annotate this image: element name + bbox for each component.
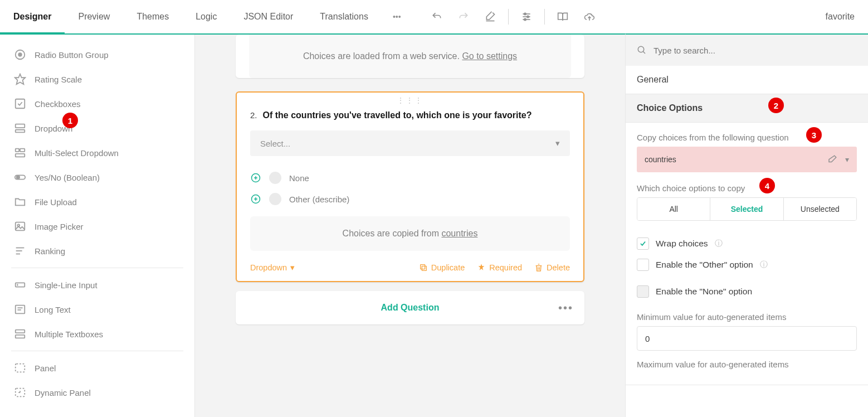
tabs-overflow[interactable]: ••• (382, 12, 412, 21)
chevron-down-icon: ▾ (290, 263, 295, 272)
toolbox-item-rating[interactable]: Rating Scale (0, 67, 194, 91)
radio-placeholder-icon (269, 193, 281, 205)
copy-mode-all[interactable]: All (637, 198, 710, 220)
copy-mode-group: All Selected Unselected (637, 197, 857, 221)
copy-from-select[interactable]: countries ▾ (637, 147, 857, 172)
chevron-down-icon[interactable]: ▾ (845, 155, 849, 164)
enable-other-checkbox[interactable] (637, 259, 649, 271)
section-choice-options: Choice Options 2 Copy choices from the f… (626, 94, 868, 385)
add-question-button[interactable]: Add Question ••• (236, 291, 584, 324)
enable-other-row[interactable]: Enable the "Other" option ⓘ (637, 254, 857, 275)
copy-mode-selected[interactable]: Selected (710, 198, 783, 220)
svg-rect-27 (16, 330, 25, 333)
toolbox-item-text[interactable]: Single-Line Input (0, 273, 194, 297)
toolbox-item-multipletext[interactable]: Multiple Textboxes (0, 322, 194, 346)
search-icon (637, 45, 647, 55)
toolbox-item-dropdown[interactable]: Dropdown 1 (0, 116, 194, 140)
question-card-1[interactable]: Choices are loaded from a web service. G… (236, 35, 584, 78)
toolbox-item-tagbox[interactable]: Multi-Select Dropdown (0, 140, 194, 165)
duplicate-button[interactable]: Duplicate (419, 263, 465, 272)
wrap-choices-checkbox[interactable] (637, 237, 649, 250)
properties-panel: General Choice Options 2 Copy choices fr… (625, 33, 868, 417)
toolbox-item-label: Dynamic Panel (35, 388, 91, 397)
toolbox-item-radiogroup[interactable]: Radio Button Group (0, 42, 194, 67)
step-badge-2: 2 (768, 98, 784, 113)
toolbox-item-paneldynamic[interactable]: Dynamic Panel (0, 380, 194, 405)
textarea-icon (13, 303, 27, 316)
tab-preview[interactable]: Preview (65, 0, 123, 33)
toolbox-item-file[interactable]: File Upload (0, 190, 194, 214)
help-icon[interactable]: ⓘ (715, 239, 723, 249)
svg-rect-13 (20, 149, 25, 152)
question-title[interactable]: 2. Of the countries you've travelled to,… (250, 110, 570, 120)
enable-none-checkbox[interactable] (637, 285, 649, 298)
erase-button[interactable] (477, 3, 504, 30)
toolbox-item-label: Multiple Textboxes (35, 329, 103, 339)
chevron-down-icon: ▾ (555, 138, 560, 148)
question-actions: Dropdown ▾ Duplicate Required Delete (237, 258, 583, 281)
toolbar-separator (544, 9, 545, 25)
svg-point-16 (17, 176, 19, 179)
toolbox-item-panel[interactable]: Panel (0, 356, 194, 380)
add-question-menu-icon[interactable]: ••• (558, 302, 573, 314)
question-type-selector[interactable]: Dropdown ▾ (250, 263, 295, 272)
section-general[interactable]: General (626, 66, 868, 94)
question-type-label: Dropdown (250, 263, 287, 272)
toolbox-item-label: Checkboxes (35, 99, 81, 109)
toolbox-item-label: Single-Line Input (35, 280, 97, 290)
copy-mode-unselected[interactable]: Unselected (783, 198, 856, 220)
image-icon (13, 220, 27, 233)
section-choice-body: Copy choices from the following question… (626, 122, 868, 385)
toolbox-item-label: Yes/No (Boolean) (35, 173, 100, 182)
option-other-row[interactable]: Other (describe) (250, 188, 570, 210)
redo-button[interactable] (450, 3, 477, 30)
multitext-icon (13, 327, 27, 341)
property-search[interactable] (626, 35, 868, 66)
option-label: None (289, 173, 309, 183)
option-label: Other (describe) (289, 195, 349, 204)
tab-translations[interactable]: Translations (306, 0, 382, 33)
tab-designer[interactable]: Designer (0, 1, 65, 34)
toolbox-item-label: Image Picker (35, 222, 84, 231)
input-icon (13, 278, 27, 292)
duplicate-label: Duplicate (431, 263, 465, 272)
svg-rect-11 (16, 130, 25, 133)
property-search-input[interactable] (654, 46, 857, 55)
required-button[interactable]: Required (477, 263, 522, 272)
section-choice-header[interactable]: Choice Options 2 (626, 94, 868, 122)
top-bar: Designer Preview Themes Logic JSON Edito… (0, 0, 868, 35)
toolbox-item-boolean[interactable]: Yes/No (Boolean) (0, 165, 194, 190)
add-option-icon[interactable] (250, 193, 261, 205)
toolbox-item-ranking[interactable]: Ranking (0, 239, 194, 263)
toolbox-item-imagepicker[interactable]: Image Picker (0, 214, 194, 239)
min-auto-input[interactable] (637, 326, 857, 351)
survey-title: favorite (812, 12, 868, 22)
radio-icon (13, 48, 27, 61)
settings-icon[interactable] (513, 3, 540, 30)
wrap-choices-row[interactable]: Wrap choices ⓘ (637, 233, 857, 254)
help-icon[interactable]: ⓘ (760, 260, 768, 270)
undo-button[interactable] (423, 3, 450, 30)
copied-from-link[interactable]: countries (441, 229, 477, 238)
dropdown-icon (13, 122, 27, 135)
add-option-icon[interactable] (250, 172, 261, 183)
section-general-header[interactable]: General (626, 66, 868, 94)
tab-json-editor[interactable]: JSON Editor (230, 0, 306, 33)
go-to-settings-link[interactable]: Go to settings (462, 51, 517, 61)
star-icon (13, 72, 27, 86)
question-card-2[interactable]: ⋮⋮⋮ 2. Of the countries you've travelled… (236, 91, 584, 282)
option-none-row[interactable]: None (250, 167, 570, 188)
cloud-upload-icon[interactable] (576, 3, 603, 30)
dropdown-preview[interactable]: Select... ▾ (250, 130, 570, 156)
tab-themes[interactable]: Themes (123, 0, 182, 33)
eraser-icon[interactable] (827, 154, 837, 164)
drag-handle-icon[interactable]: ⋮⋮⋮ (237, 93, 583, 108)
book-icon[interactable] (549, 3, 576, 30)
folder-icon (13, 195, 27, 208)
toolbox-item-comment[interactable]: Long Text (0, 297, 194, 322)
tab-logic[interactable]: Logic (182, 0, 230, 33)
toggle-icon (13, 171, 27, 184)
toolbox-item-checkboxes[interactable]: Checkboxes (0, 91, 194, 116)
enable-none-row[interactable]: Enable the "None" option (637, 281, 857, 302)
delete-button[interactable]: Delete (534, 263, 570, 272)
